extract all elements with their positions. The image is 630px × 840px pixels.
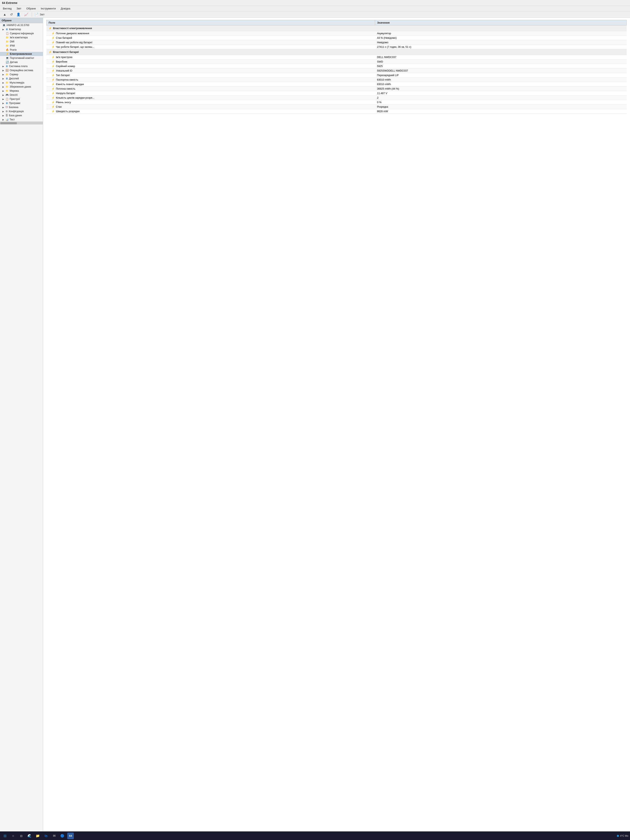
sidebar-item-devices[interactable]: ▶ 📋 Пристрої: [0, 97, 43, 101]
dev-icon: 📋: [6, 98, 9, 101]
dx-icon: 🎮: [6, 93, 9, 96]
value-cell: 5925SWDDELL NWDC037: [375, 68, 627, 73]
field-icon: ⚡: [52, 78, 55, 81]
sidebar-item-label: Системна плата: [9, 65, 27, 68]
arrow-icon: ▶: [2, 111, 4, 112]
sidebar-item-motherboard[interactable]: ▶ 🖥 Системна плата: [0, 64, 43, 68]
menu-help[interactable]: Довідка: [60, 6, 71, 11]
arrow-icon: ▶: [2, 106, 4, 109]
field-cell: ⚡Час роботи батареї, що залиш...: [47, 45, 375, 49]
report-text: Звіт: [40, 13, 45, 16]
value-cell: Акумулятор: [375, 31, 627, 36]
table-row: ⚡Серійний номер5925: [47, 64, 627, 68]
field-cell: ⚡Повний час роботи від батареї: [47, 40, 375, 45]
taskbar-start[interactable]: ⊞: [2, 833, 8, 839]
scrollbar-thumb[interactable]: [0, 122, 17, 124]
sidebar-item-label: Сумарна інформація: [10, 32, 34, 35]
sidebar-item-label: DirectX: [9, 93, 17, 96]
col-field: Поле: [47, 20, 375, 25]
value-cell: 83010 mWh: [375, 77, 627, 82]
taskbar-mail[interactable]: ✉: [51, 833, 57, 839]
sidebar-item-programs[interactable]: ▶ 🖥 Програми: [0, 101, 43, 105]
table-row: ⚡СтанРозрядка: [47, 104, 627, 109]
sidebar-item-label: Ім'я комп'ютера: [10, 36, 28, 39]
summary-icon: 📋: [6, 32, 9, 35]
table-row: ⚡Поточна ємність36925 mWh (44 %): [47, 87, 627, 91]
table-row: ⚡Унікальний ID5925SWDDELL NWDC037: [47, 68, 627, 73]
sidebar-item-label: Портативний комп'ют: [10, 57, 34, 60]
sidebar-item-multimedia[interactable]: ▶ 📁 Мультимедіа: [0, 81, 43, 85]
computer-icon: 🖥: [6, 28, 8, 31]
sidebar-item-label: Мультимедіа: [9, 81, 24, 84]
sidebar-item-config[interactable]: ▶ ⚙ Конфігурація: [0, 109, 43, 114]
menu-report[interactable]: Звіт: [16, 6, 22, 11]
sidebar-scrollbar[interactable]: [0, 122, 43, 125]
sidebar-item-os[interactable]: ▶ 🪟 Операційна система: [0, 68, 43, 73]
sidebar-item-display[interactable]: ▶ 🖥 Дисплей: [0, 76, 43, 81]
sidebar-item-test[interactable]: ▶ 📊 Тест: [0, 117, 43, 122]
menu-view[interactable]: Вигляд: [2, 6, 13, 11]
taskbar-edge[interactable]: 🌊: [26, 833, 33, 839]
sidebar-item-ipmi[interactable]: 📁 IPMI: [0, 44, 43, 48]
taskbar-hwinfo[interactable]: 64: [67, 833, 74, 839]
sidebar-item-storage[interactable]: ▶ 📁 Збереження даних: [0, 85, 43, 89]
user-button[interactable]: 👤: [16, 12, 22, 17]
taskbar-explorer[interactable]: 📁: [35, 833, 41, 839]
field-cell: ⚡Кількість циклів зарядки-розря...: [47, 96, 375, 100]
menu-tools[interactable]: Інструменти: [40, 6, 57, 11]
table-row: ⚡Паспортна ємність83010 mWh: [47, 77, 627, 82]
sidebar-item-sensor[interactable]: 🔄 Датчик: [0, 60, 43, 64]
sidebar-item-summary[interactable]: 📋 Сумарна інформація: [0, 32, 43, 35]
value-cell: Розрядка: [375, 104, 627, 109]
arrow-icon: ▶: [2, 90, 4, 92]
server-icon: 📁: [6, 73, 9, 76]
test-icon: 📊: [6, 118, 9, 121]
field-icon: ⚡: [52, 96, 55, 99]
power-icon: ⚡: [6, 52, 9, 55]
sidebar-item-security[interactable]: ▶ 🛡 Безпека: [0, 105, 43, 109]
graph-button[interactable]: 📈: [23, 12, 29, 17]
title-bar: 64 Extreme: [0, 0, 630, 6]
field-cell: ⚡Виробник: [47, 60, 375, 64]
arrow-icon: ▶: [2, 28, 4, 30]
content-area: Поле Значення ⚡Властивості електроживлен…: [43, 18, 630, 831]
sidebar-item-network[interactable]: ▶ 📁 Мережа: [0, 89, 43, 93]
field-icon: ⚡: [52, 92, 55, 95]
menu-favorites[interactable]: Обране: [25, 6, 36, 11]
sidebar-item-computer[interactable]: ▶ 🖥 Комп'ютер: [0, 27, 43, 32]
sidebar-item-label: Датчик: [10, 61, 17, 63]
sidebar-item-label: Збереження даних: [9, 85, 31, 88]
sidebar-item-hwinfo[interactable]: 💻 HWiNFO v6.33.5700: [0, 23, 43, 27]
arrow-icon: ▶: [2, 65, 4, 68]
db-icon: 🗄: [6, 114, 8, 117]
arrow-icon: ▶: [2, 118, 4, 121]
taskbar-taskview[interactable]: ⊟: [18, 833, 25, 839]
os-icon: 🪟: [6, 69, 9, 72]
sidebar-item-power[interactable]: ⚡ Електроживлення: [0, 52, 43, 56]
sidebar-item-compname[interactable]: 📁 Ім'я комп'ютера: [0, 35, 43, 39]
table-row: ⚡Напруга батареї11.487 V: [47, 91, 627, 96]
value-cell: 83010 mWh: [375, 82, 627, 87]
field-icon: ⚡: [52, 32, 55, 35]
section-header-row: ⚡Властивості електроживлення: [47, 25, 627, 31]
sidebar-item-dmi[interactable]: 📁 DMI: [0, 39, 43, 44]
taskbar-store[interactable]: 🛍: [43, 833, 49, 839]
app-title: 64 Extreme: [2, 1, 17, 5]
field-cell: ⚡Швидкість розрядки: [47, 109, 375, 114]
sidebar-item-database[interactable]: ▶ 🗄 База даних: [0, 114, 43, 117]
section-icon: ⚡: [49, 27, 52, 30]
taskbar-search[interactable]: ○: [10, 833, 16, 839]
table-row: ⚡Поточне джерело живленняАкумулятор: [47, 31, 627, 36]
sidebar-item-server[interactable]: ▶ 📁 Сервер: [0, 73, 43, 76]
oc-icon: 🔥: [6, 48, 9, 51]
sidebar-item-directx[interactable]: ▶ 🎮 DirectX: [0, 93, 43, 97]
arrow-icon: ▶: [2, 114, 4, 117]
sidebar-item-overclocking[interactable]: 🔥 Розгін: [0, 48, 43, 52]
back-button[interactable]: ▲: [2, 12, 7, 17]
taskbar-chrome[interactable]: 🔵: [59, 833, 66, 839]
refresh-button[interactable]: ↺: [9, 12, 14, 17]
storage-icon: 📁: [6, 85, 9, 88]
sidebar-item-portable[interactable]: 💻 Портативний комп'ют: [0, 56, 43, 60]
report-icon: 📄: [35, 13, 39, 16]
sidebar-item-label: Безпека: [9, 106, 18, 109]
